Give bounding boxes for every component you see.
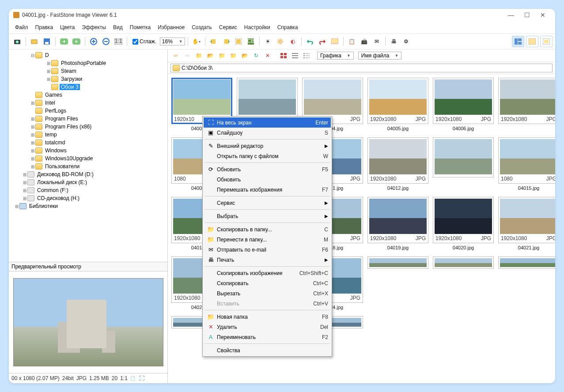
ctx-Сервис[interactable]: Сервис▶ xyxy=(204,198,331,208)
menu-Правка[interactable]: Правка xyxy=(32,23,57,32)
expand-icon[interactable]: ⊞ xyxy=(30,156,35,161)
view-browse-icon[interactable] xyxy=(512,36,524,47)
view-detail-icon[interactable] xyxy=(301,51,312,60)
menu-Пометка[interactable]: Пометка xyxy=(126,23,155,32)
tree-item[interactable]: ⊞Program Files (x86) xyxy=(10,123,167,131)
thumb-item[interactable] xyxy=(433,137,494,192)
ctx-Скопировать изображение[interactable]: Скопировать изображениеCtrl+Shift+C xyxy=(204,268,331,278)
view-single-icon[interactable] xyxy=(526,36,538,47)
minimize-button[interactable]: — xyxy=(503,11,519,19)
view-full-icon[interactable] xyxy=(540,36,553,47)
thumb-item[interactable]: 1920x1080JPG04019.jpg xyxy=(367,197,428,252)
tree-item[interactable]: ⊟D xyxy=(10,51,167,59)
mail-icon[interactable]: ✉ xyxy=(371,36,382,47)
ctx-Переименовать[interactable]: AПереименоватьF2 xyxy=(204,332,331,342)
menu-Эффекты[interactable]: Эффекты xyxy=(79,23,110,32)
resize-icon[interactable]: СВ xyxy=(245,36,257,47)
ctx-Скопировать в папку...[interactable]: 📁Скопировать в папку...C xyxy=(204,224,331,234)
expand-icon[interactable]: ⊞ xyxy=(22,172,27,177)
ctx-Печать[interactable]: 🖶Печать▶ xyxy=(204,255,331,265)
ctx-Свойства[interactable]: Свойства xyxy=(204,345,331,355)
ctx-Обновить[interactable]: ⟳ОбновитьF5 xyxy=(204,164,331,174)
nav-fwd-icon[interactable]: ⇨ xyxy=(182,51,193,60)
tree-item[interactable]: ⊞Windows10Upgrade xyxy=(10,155,167,162)
tree-item[interactable]: Games xyxy=(10,91,167,99)
thumb-item[interactable]: 1920x1080JPG xyxy=(498,78,555,133)
ctx-Перемешать изображения[interactable]: Перемешать изображенияF7 xyxy=(204,185,331,195)
zoom-combo[interactable]: 16%▼ xyxy=(160,38,185,45)
expand-icon[interactable]: ⊞ xyxy=(30,148,35,153)
ctx-Перенести в папку...[interactable]: 📁Перенести в папку...M xyxy=(204,234,331,245)
expand-icon[interactable]: ⊞ xyxy=(30,101,35,106)
zoom-actual-icon[interactable]: 1:1 xyxy=(113,36,124,47)
tree-item[interactable]: ⊞Windows xyxy=(10,147,167,155)
ctx-Вырезать[interactable]: ВырезатьCtrl+X xyxy=(204,288,331,298)
ctx-Обновить[interactable]: Обновить xyxy=(204,174,331,185)
ctx-Скопировать[interactable]: СкопироватьCtrl+C xyxy=(204,278,331,288)
prev-icon[interactable] xyxy=(58,36,70,47)
copy-icon[interactable]: 📋 xyxy=(346,36,358,47)
thumb-item[interactable]: 1920x1080JPG04021.jpg xyxy=(498,197,555,252)
path-input[interactable]: C:\D\Обои 3\ xyxy=(170,64,553,72)
fav-icon[interactable]: 📂 xyxy=(205,51,216,60)
status-zoom-icon[interactable]: ⬚ xyxy=(130,375,136,381)
effect2-icon[interactable]: 🔆 xyxy=(275,36,286,47)
save-icon[interactable] xyxy=(41,36,53,47)
expand-icon[interactable]: ⊟ xyxy=(30,53,35,58)
view-large-icon[interactable] xyxy=(278,51,289,60)
tree-item[interactable]: ⊞Intel xyxy=(10,99,167,107)
tree-item[interactable]: ⊞Загрузки xyxy=(10,75,167,83)
thumb-item[interactable] xyxy=(498,256,555,312)
menu-Цвета[interactable]: Цвета xyxy=(57,23,78,32)
tree-item[interactable]: PerfLogs xyxy=(10,107,167,115)
thumb-item[interactable]: 1080JPG04015.jpg xyxy=(498,137,555,192)
redo-icon[interactable] xyxy=(317,36,328,47)
tree-item[interactable]: ⊞totalcmd xyxy=(10,139,167,147)
tree-item[interactable]: ⊞Дисковод BD-ROM (D:) xyxy=(10,170,167,178)
folder-tree[interactable]: ⊟D⊞PhotoshopPortable⊞Steam⊞ЗагрузкиОбои … xyxy=(9,49,167,262)
maximize-button[interactable]: ☐ xyxy=(519,11,535,19)
print-icon[interactable]: 🖶 xyxy=(388,36,400,47)
expand-icon[interactable]: ⊞ xyxy=(30,117,35,121)
settings-icon[interactable]: ⚙ xyxy=(401,36,412,47)
hand-icon[interactable]: ✋▾ xyxy=(191,36,202,47)
ctx-Отправить по e-mail[interactable]: ✉Отправить по e-mailF6 xyxy=(204,245,331,255)
open-icon[interactable] xyxy=(29,36,40,47)
expand-icon[interactable]: ⊞ xyxy=(22,180,27,185)
menu-Создать[interactable]: Создать xyxy=(188,23,216,32)
expand-icon[interactable]: ⊞ xyxy=(30,140,35,145)
undo-icon[interactable] xyxy=(304,36,316,47)
menu-Избранное[interactable]: Избранное xyxy=(154,23,188,32)
sort-combo[interactable]: Имя файла▼ xyxy=(358,52,402,60)
ctx-Удалить[interactable]: ✕УдалитьDel xyxy=(204,322,331,332)
filter-combo[interactable]: Графика▼ xyxy=(317,52,354,60)
view-list-icon[interactable] xyxy=(290,51,300,60)
tree-item[interactable]: ⊞Локальный диск (E:) xyxy=(10,178,167,186)
rotate-right-icon[interactable] xyxy=(220,36,232,47)
ctx-Внешний редактор[interactable]: ✎Внешний редактор▶ xyxy=(204,141,331,151)
ctx-Открыть папку с файлом[interactable]: Открыть папку с файломW xyxy=(204,151,331,161)
zoom-in-icon[interactable] xyxy=(88,36,99,47)
ctx-Слайдшоу[interactable]: ▣СлайдшоуS xyxy=(204,128,331,138)
nav-back-icon[interactable]: ⇦ xyxy=(170,51,181,60)
smooth-checkbox[interactable]: Сглаж. xyxy=(132,38,156,45)
tree-item[interactable]: Обои 3 xyxy=(10,83,167,91)
camera-icon[interactable] xyxy=(11,36,23,47)
menu-Сервис[interactable]: Сервис xyxy=(216,23,241,32)
menu-Вид[interactable]: Вид xyxy=(110,23,126,32)
recent-icon[interactable]: 📂 xyxy=(239,51,250,60)
expand-icon[interactable]: ⊞ xyxy=(30,124,35,129)
effect3-icon[interactable]: ◐ xyxy=(287,36,299,47)
close-button[interactable]: ✕ xyxy=(535,11,551,19)
menu-Настройки[interactable]: Настройки xyxy=(241,23,274,32)
expand-icon[interactable]: ⊞ xyxy=(22,188,27,193)
menu-Файл[interactable]: Файл xyxy=(11,23,32,32)
zoom-out-icon[interactable] xyxy=(100,36,112,47)
tree-item[interactable]: ⊞Пользователи xyxy=(10,162,167,170)
tree-item[interactable]: ⊞Steam xyxy=(10,67,167,75)
rotate-left-icon[interactable] xyxy=(208,36,220,47)
tree-item[interactable]: ⊞CD-дисковод (H:) xyxy=(10,194,167,202)
expand-icon[interactable]: ⊞ xyxy=(30,164,35,169)
tree-item[interactable]: ⊞PhotoshopPortable xyxy=(10,59,167,67)
thumb-item[interactable] xyxy=(367,256,428,312)
